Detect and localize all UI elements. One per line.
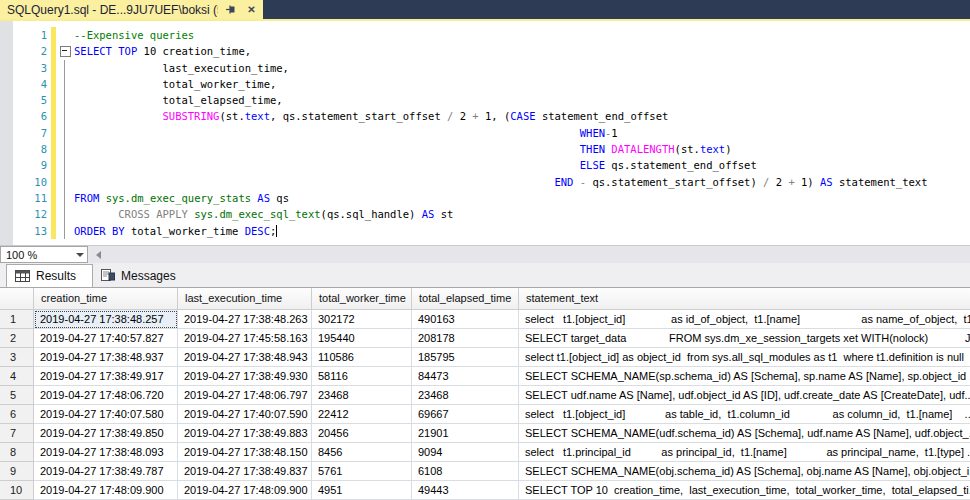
code-text[interactable]: WHEN-1 <box>74 125 618 141</box>
editor-status-row: 100 % <box>0 245 970 263</box>
grid-cell[interactable]: 2019-04-27 17:48:09.900 <box>178 481 312 500</box>
code-text[interactable]: ELSE qs.statement_end_offset <box>74 157 757 173</box>
grid-cell[interactable]: 58116 <box>312 367 412 386</box>
code-text[interactable]: THEN DATALENGTH(st.text) <box>74 141 732 157</box>
grid-cell[interactable]: 2019-04-27 17:38:48.937 <box>34 348 178 367</box>
pin-icon[interactable] <box>225 3 238 16</box>
grid-cell[interactable]: select t1.principal_id as principal_id, … <box>519 443 970 462</box>
grid-cell[interactable]: 2019-04-27 17:38:49.883 <box>178 424 312 443</box>
document-tab[interactable]: SQLQuery1.sql - DE...9JU7UEF\boksi (54))… <box>0 0 263 19</box>
line-number: 3 <box>13 60 51 76</box>
grid-cell[interactable]: 20456 <box>312 424 412 443</box>
grid-cell[interactable]: 2019-04-27 17:38:49.917 <box>34 367 178 386</box>
grid-cell[interactable]: 490163 <box>412 310 519 329</box>
editor-horizontal-scrollbar[interactable] <box>90 247 970 263</box>
grid-cell[interactable]: 49443 <box>412 481 519 500</box>
grid-cell[interactable]: 2019-04-27 17:38:48.150 <box>178 443 312 462</box>
grid-row-header[interactable]: 7 <box>0 424 34 443</box>
grid-cell[interactable]: 2019-04-27 17:40:07.590 <box>178 405 312 424</box>
grid-corner-header[interactable] <box>0 288 34 310</box>
grid-cell[interactable]: 2019-04-27 17:48:06.797 <box>178 386 312 405</box>
results-grid: creation_timelast_execution_timetotal_wo… <box>0 287 970 500</box>
grid-cell[interactable]: select t1.[object_id] as id_of_object, t… <box>519 310 970 329</box>
grid-row-header[interactable]: 4 <box>0 367 34 386</box>
collapse-toggle-icon[interactable] <box>56 43 74 59</box>
grid-column-header-total_worker_time[interactable]: total_worker_time <box>312 288 412 310</box>
code-text[interactable]: last_execution_time, <box>74 60 289 76</box>
grid-row-header[interactable]: 5 <box>0 386 34 405</box>
grid-cell[interactable]: 195440 <box>312 329 412 348</box>
grid-cell[interactable]: SELECT SCHEMA_NAME(udf.schema_id) AS [Sc… <box>519 424 970 443</box>
grid-body: 12019-04-27 17:38:48.2572019-04-27 17:38… <box>0 310 970 500</box>
ssms-window: SQLQuery1.sql - DE...9JU7UEF\boksi (54))… <box>0 0 970 500</box>
code-text[interactable]: FROM sys.dm_exec_query_stats AS qs <box>74 190 289 206</box>
grid-cell[interactable]: 302172 <box>312 310 412 329</box>
grid-cell[interactable]: SELECT TOP 10 creation_time, last_execut… <box>519 481 970 500</box>
grid-cell[interactable]: SELECT SCHEMA_NAME(obj.schema_id) AS [Sc… <box>519 462 970 481</box>
grid-row-header[interactable]: 1 <box>0 310 34 329</box>
grid-cell[interactable]: SELECT target_data FROM sys.dm_xe_sessio… <box>519 329 970 348</box>
grid-cell[interactable]: 2019-04-27 17:40:57.827 <box>34 329 178 348</box>
grid-cell[interactable]: 9094 <box>412 443 519 462</box>
tab-label: Messages <box>121 269 176 283</box>
grid-cell[interactable]: 84473 <box>412 367 519 386</box>
grid-cell[interactable]: 23468 <box>312 386 412 405</box>
grid-cell[interactable]: 8456 <box>312 443 412 462</box>
grid-cell[interactable]: 69667 <box>412 405 519 424</box>
code-text[interactable]: total_elapsed_time, <box>74 92 283 108</box>
grid-row-header[interactable]: 3 <box>0 348 34 367</box>
grid-cell[interactable]: 185795 <box>412 348 519 367</box>
grid-cell[interactable]: 2019-04-27 17:48:09.900 <box>34 481 178 500</box>
sql-editor[interactable]: 1--Expensive queries2SELECT TOP 10 creat… <box>0 21 970 245</box>
grid-cell[interactable]: 4951 <box>312 481 412 500</box>
code-text[interactable]: --Expensive queries <box>74 27 194 43</box>
grid-cell[interactable]: 5761 <box>312 462 412 481</box>
grid-cell[interactable]: 208178 <box>412 329 519 348</box>
grid-cell[interactable]: 2019-04-27 17:38:48.263 <box>178 310 312 329</box>
grid-cell[interactable]: 21901 <box>412 424 519 443</box>
grid-cell[interactable]: 2019-04-27 17:38:49.837 <box>178 462 312 481</box>
code-line-1: 1--Expensive queries <box>13 27 970 43</box>
code-text[interactable]: CROSS APPLY sys.dm_exec_sql_text(qs.sql_… <box>74 206 453 222</box>
grid-cell[interactable]: select t1.[object_id] as table_id, t1.co… <box>519 405 970 424</box>
grid-column-header-last_execution_time[interactable]: last_execution_time <box>178 288 312 310</box>
grid-cell[interactable]: 2019-04-27 17:38:48.943 <box>178 348 312 367</box>
outline-guide <box>56 108 74 124</box>
grid-cell[interactable]: 110586 <box>312 348 412 367</box>
grid-cell[interactable]: 2019-04-27 17:38:48.093 <box>34 443 178 462</box>
grid-cell[interactable]: 2019-04-27 17:40:07.580 <box>34 405 178 424</box>
grid-cell[interactable]: 2019-04-27 17:38:49.787 <box>34 462 178 481</box>
grid-cell[interactable]: 22412 <box>312 405 412 424</box>
grid-cell[interactable]: SELECT udf.name AS [Name], udf.object_id… <box>519 386 970 405</box>
scroll-left-arrow-icon[interactable] <box>96 251 101 259</box>
grid-column-header-total_elapsed_time[interactable]: total_elapsed_time <box>412 288 519 310</box>
code-text[interactable]: SELECT TOP 10 creation_time, <box>74 43 251 59</box>
grid-row-header[interactable]: 8 <box>0 443 34 462</box>
code-text[interactable]: END - qs.statement_start_offset) / 2 + 1… <box>74 174 927 190</box>
grid-cell[interactable]: 6108 <box>412 462 519 481</box>
grid-cell[interactable]: 2019-04-27 17:38:49.930 <box>178 367 312 386</box>
code-text[interactable]: ORDER BY total_worker_time DESC; <box>74 223 277 239</box>
close-icon[interactable]: ✕ <box>245 3 258 16</box>
tab-results[interactable]: Results <box>6 264 93 287</box>
grid-cell[interactable]: SELECT SCHEMA_NAME(sp.schema_id) AS [Sch… <box>519 367 970 386</box>
grid-cell[interactable]: 2019-04-27 17:38:48.257 <box>34 310 178 329</box>
grid-cell[interactable]: 2019-04-27 17:38:49.850 <box>34 424 178 443</box>
code-text[interactable]: total_worker_time, <box>74 76 276 92</box>
chevron-down-icon[interactable] <box>73 247 87 262</box>
grid-column-header-creation_time[interactable]: creation_time <box>34 288 178 310</box>
grid-column-header-statement_text[interactable]: statement_text <box>519 288 970 310</box>
code-line-4: 4 total_worker_time, <box>13 76 970 92</box>
zoom-level-value: 100 % <box>1 249 73 261</box>
code-text[interactable]: SUBSTRING(st.text, qs.statement_start_of… <box>74 108 668 124</box>
grid-row-header[interactable]: 2 <box>0 329 34 348</box>
grid-row-header[interactable]: 10 <box>0 481 34 500</box>
zoom-level-select[interactable]: 100 % <box>0 246 88 263</box>
grid-cell[interactable]: 2019-04-27 17:45:58.163 <box>178 329 312 348</box>
grid-cell[interactable]: 2019-04-27 17:48:06.720 <box>34 386 178 405</box>
grid-cell[interactable]: 23468 <box>412 386 519 405</box>
grid-row-header[interactable]: 9 <box>0 462 34 481</box>
tab-messages[interactable]: Messages <box>93 264 192 287</box>
grid-cell[interactable]: select t1.[object_id] as object_id from … <box>519 348 970 367</box>
grid-row-header[interactable]: 6 <box>0 405 34 424</box>
